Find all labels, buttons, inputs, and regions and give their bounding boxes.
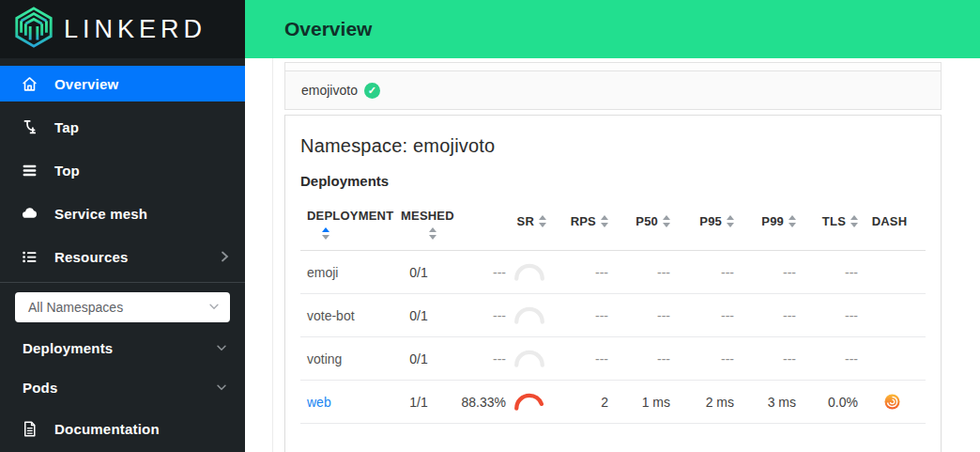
namespace-select-value: All Namespaces [28,300,207,315]
linkerd-logo-icon [12,6,55,53]
cell-meshed: 0/1 [394,351,452,366]
column-header-p50[interactable]: P50 [610,214,672,228]
column-header-tls[interactable]: TLS [798,214,860,228]
section-title: Deployments [300,173,926,189]
cell-rps: --- [548,351,610,366]
sidebar: LINKERD Overview Tap Top Service mesh [0,0,245,452]
success-rate-gauge [513,306,546,324]
deployments-table: DEPLOYMENTMESHEDSRRPSP50P95P99TLSDASH em… [300,198,926,424]
column-label: DASH [872,214,908,228]
table-row-web: web1/188.33%21 ms2 ms3 ms0.0% [300,381,926,424]
column-header-dash: DASH [860,214,926,228]
column-label: TLS [822,214,846,228]
cell-meshed: 0/1 [394,308,452,323]
sort-icons [850,215,858,227]
cell-p99: 3 ms [736,395,798,410]
sidebar-item-label: Resources [54,249,129,265]
sort-icons [322,227,329,240]
namespace-card: Namespace: emojivoto Deployments DEPLOYM… [284,115,942,452]
sort-icons [539,215,546,227]
sort-icons [789,215,796,227]
table-header-row: DEPLOYMENTMESHEDSRRPSP50P95P99TLSDASH [300,198,926,251]
sidebar-item-label: Documentation [54,421,160,437]
card-title: Namespace: emojivoto [300,135,926,157]
grafana-dashboard-icon[interactable] [884,394,900,410]
linkerd-logo[interactable]: LINKERD [0,0,245,58]
sidebar-item-documentation[interactable]: Documentation [0,411,245,446]
cell-p50: --- [610,351,672,366]
cell-p95: 2 ms [672,395,736,410]
column-header-meshed[interactable]: MESHED [394,203,452,240]
table-body: emoji0/1------------------vote-bot0/1---… [300,251,926,424]
sort-icons [727,215,734,227]
column-header-rps[interactable]: RPS [548,214,610,228]
cell-deployment: vote-bot [300,308,394,323]
sidebar-item-resources[interactable]: Resources [0,239,245,274]
sidebar-item-label: Tap [54,119,79,135]
column-label: DEPLOYMENT [307,209,393,223]
cell-rps: --- [548,308,610,323]
cell-tls: --- [798,351,860,366]
table-row-vote-bot: vote-bot0/1------------------ [300,294,926,337]
cell-p95: --- [672,351,736,366]
column-label: P50 [635,214,658,228]
cell-success-rate: --- [452,263,548,281]
chevron-down-icon [215,341,228,354]
column-label: SR [517,214,534,228]
success-rate-gauge [513,350,546,367]
cell-p95: --- [672,308,736,323]
main-content: emojivoto ✓ Namespace: emojivoto Deploym… [245,58,980,452]
sort-icons [429,227,436,240]
success-rate-gauge [513,263,546,281]
sidebar-item-label: Top [54,163,80,179]
cell-success-rate: --- [452,306,548,324]
cloud-icon [21,205,38,223]
cell-tls: --- [798,308,860,323]
success-rate-gauge [513,393,546,411]
check-circle-icon: ✓ [364,83,380,99]
namespace-name: emojivoto [301,83,358,98]
sidebar-item-tap[interactable]: Tap [0,109,245,145]
sidebar-item-service-mesh[interactable]: Service mesh [0,195,245,231]
namespace-select[interactable]: All Namespaces [15,292,230,322]
cell-p99: --- [736,351,798,366]
bars-icon [21,162,38,179]
table-row-voting: voting0/1------------------ [300,337,926,381]
sidebar-nav: Overview Tap Top Service mesh Resources [0,58,245,446]
cell-success-rate: 88.33% [452,393,548,411]
cell-success-rate: --- [452,350,548,367]
chevron-down-icon [207,300,221,316]
column-header-sr[interactable]: SR [452,214,548,228]
cell-meshed: 0/1 [394,265,452,280]
cell-deployment: voting [300,351,394,366]
page-header: Overview [245,0,980,58]
sidebar-divider [0,282,245,283]
sidebar-item-top[interactable]: Top [0,152,245,188]
chevron-right-icon [217,249,232,264]
sidebar-item-pods[interactable]: Pods [0,371,245,403]
cell-rps: 2 [548,395,610,410]
column-header-deployment[interactable]: DEPLOYMENT [300,203,394,240]
namespace-panel-header[interactable]: emojivoto ✓ [284,70,942,110]
cell-p99: --- [736,308,798,323]
deployment-link[interactable]: web [307,395,331,410]
list-icon [21,248,38,266]
chevron-down-icon [215,381,228,394]
sidebar-item-overview[interactable]: Overview [0,66,245,101]
content-left-divider [272,58,273,452]
cell-p50: 1 ms [610,395,672,410]
sort-icons [663,215,670,227]
table-row-emoji: emoji0/1------------------ [300,251,926,294]
document-icon [21,420,38,438]
cell-dash [860,394,926,410]
cell-rps: --- [548,265,610,280]
column-header-p95[interactable]: P95 [672,214,736,228]
cell-tls: --- [798,265,860,280]
cell-tls: 0.0% [798,395,860,410]
tap-icon [21,118,38,136]
cell-p50: --- [610,265,672,280]
cell-p50: --- [610,308,672,323]
column-header-p99[interactable]: P99 [736,214,798,228]
column-label: P99 [761,214,784,228]
sidebar-item-deployments[interactable]: Deployments [0,332,245,364]
